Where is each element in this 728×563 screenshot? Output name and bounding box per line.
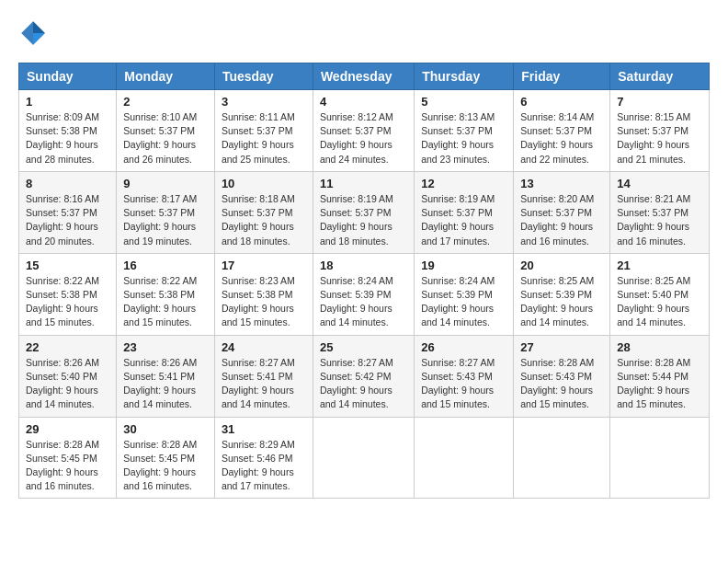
calendar-header-row: SundayMondayTuesdayWednesdayThursdayFrid… [19, 63, 710, 90]
day-number: 8 [26, 177, 109, 190]
weekday-header: Thursday [415, 63, 514, 90]
calendar-cell: 16 Sunrise: 8:22 AMSunset: 5:38 PMDaylig… [117, 253, 215, 335]
day-info: Sunrise: 8:26 AMSunset: 5:41 PMDaylight:… [123, 357, 197, 410]
day-info: Sunrise: 8:28 AMSunset: 5:45 PMDaylight:… [26, 439, 99, 492]
day-number: 27 [520, 340, 603, 354]
day-number: 24 [222, 340, 306, 354]
day-info: Sunrise: 8:21 AMSunset: 5:37 PMDaylight:… [617, 193, 690, 247]
weekday-header: Friday [514, 63, 610, 90]
day-info: Sunrise: 8:19 AMSunset: 5:37 PMDaylight:… [320, 193, 393, 247]
calendar-cell: 12 Sunrise: 8:19 AMSunset: 5:37 PMDaylig… [415, 171, 514, 253]
day-number: 13 [520, 177, 603, 190]
day-number: 30 [123, 422, 208, 436]
page-header [18, 18, 710, 48]
calendar-week-row: 22 Sunrise: 8:26 AMSunset: 5:40 PMDaylig… [19, 335, 710, 417]
day-info: Sunrise: 8:24 AMSunset: 5:39 PMDaylight:… [421, 275, 495, 328]
calendar-cell: 8 Sunrise: 8:16 AMSunset: 5:37 PMDayligh… [19, 171, 117, 253]
day-info: Sunrise: 8:28 AMSunset: 5:43 PMDaylight:… [520, 357, 594, 410]
calendar-cell: 7 Sunrise: 8:15 AMSunset: 5:37 PMDayligh… [610, 90, 710, 172]
day-number: 3 [222, 95, 306, 109]
weekday-header: Monday [117, 63, 215, 90]
day-info: Sunrise: 8:22 AMSunset: 5:38 PMDaylight:… [123, 275, 197, 328]
day-info: Sunrise: 8:20 AMSunset: 5:37 PMDaylight:… [520, 193, 594, 247]
calendar-cell [514, 417, 610, 499]
svg-marker-1 [33, 21, 45, 33]
day-number: 31 [222, 422, 306, 436]
day-number: 22 [26, 340, 109, 354]
calendar-cell: 11 Sunrise: 8:19 AMSunset: 5:37 PMDaylig… [313, 171, 414, 253]
calendar-cell: 2 Sunrise: 8:10 AMSunset: 5:37 PMDayligh… [117, 90, 215, 172]
day-info: Sunrise: 8:22 AMSunset: 5:38 PMDaylight:… [26, 275, 99, 328]
day-info: Sunrise: 8:26 AMSunset: 5:40 PMDaylight:… [26, 357, 99, 410]
calendar-cell: 23 Sunrise: 8:26 AMSunset: 5:41 PMDaylig… [117, 335, 215, 417]
calendar-cell: 25 Sunrise: 8:27 AMSunset: 5:42 PMDaylig… [313, 335, 414, 417]
day-info: Sunrise: 8:13 AMSunset: 5:37 PMDaylight:… [421, 111, 495, 165]
day-info: Sunrise: 8:14 AMSunset: 5:37 PMDaylight:… [520, 111, 594, 165]
day-info: Sunrise: 8:11 AMSunset: 5:37 PMDaylight:… [222, 111, 295, 165]
day-number: 6 [520, 95, 603, 109]
svg-marker-2 [33, 33, 45, 45]
calendar-cell: 5 Sunrise: 8:13 AMSunset: 5:37 PMDayligh… [415, 90, 514, 172]
day-info: Sunrise: 8:16 AMSunset: 5:37 PMDaylight:… [26, 193, 99, 247]
day-number: 14 [617, 177, 702, 190]
calendar-cell: 31 Sunrise: 8:29 AMSunset: 5:46 PMDaylig… [214, 417, 313, 499]
day-info: Sunrise: 8:27 AMSunset: 5:41 PMDaylight:… [222, 357, 295, 410]
calendar-cell: 6 Sunrise: 8:14 AMSunset: 5:37 PMDayligh… [514, 90, 610, 172]
day-number: 18 [320, 259, 407, 272]
day-info: Sunrise: 8:27 AMSunset: 5:42 PMDaylight:… [320, 357, 393, 410]
weekday-header: Tuesday [214, 63, 313, 90]
day-info: Sunrise: 8:19 AMSunset: 5:37 PMDaylight:… [421, 193, 495, 247]
day-number: 28 [617, 340, 702, 354]
calendar-cell: 18 Sunrise: 8:24 AMSunset: 5:39 PMDaylig… [313, 253, 414, 335]
weekday-header: Saturday [610, 63, 710, 90]
calendar-week-row: 15 Sunrise: 8:22 AMSunset: 5:38 PMDaylig… [19, 253, 710, 335]
calendar-week-row: 1 Sunrise: 8:09 AMSunset: 5:38 PMDayligh… [19, 90, 710, 172]
calendar-cell: 17 Sunrise: 8:23 AMSunset: 5:38 PMDaylig… [214, 253, 313, 335]
day-number: 12 [421, 177, 506, 190]
calendar-cell: 10 Sunrise: 8:18 AMSunset: 5:37 PMDaylig… [214, 171, 313, 253]
day-info: Sunrise: 8:28 AMSunset: 5:45 PMDaylight:… [123, 439, 197, 492]
day-info: Sunrise: 8:25 AMSunset: 5:40 PMDaylight:… [617, 275, 690, 328]
calendar-cell: 24 Sunrise: 8:27 AMSunset: 5:41 PMDaylig… [214, 335, 313, 417]
day-info: Sunrise: 8:25 AMSunset: 5:39 PMDaylight:… [520, 275, 594, 328]
calendar-cell: 20 Sunrise: 8:25 AMSunset: 5:39 PMDaylig… [514, 253, 610, 335]
weekday-header: Sunday [19, 63, 117, 90]
day-number: 26 [421, 340, 506, 354]
day-number: 25 [320, 340, 407, 354]
day-info: Sunrise: 8:09 AMSunset: 5:38 PMDaylight:… [26, 111, 99, 165]
calendar-cell: 14 Sunrise: 8:21 AMSunset: 5:37 PMDaylig… [610, 171, 710, 253]
day-number: 10 [222, 177, 306, 190]
day-number: 7 [617, 95, 702, 109]
calendar-cell: 1 Sunrise: 8:09 AMSunset: 5:38 PMDayligh… [19, 90, 117, 172]
day-info: Sunrise: 8:15 AMSunset: 5:37 PMDaylight:… [617, 111, 690, 165]
day-number: 17 [222, 259, 306, 272]
day-info: Sunrise: 8:28 AMSunset: 5:44 PMDaylight:… [617, 357, 690, 410]
day-number: 20 [520, 259, 603, 272]
logo [18, 18, 51, 48]
calendar-cell: 19 Sunrise: 8:24 AMSunset: 5:39 PMDaylig… [415, 253, 514, 335]
day-number: 5 [421, 95, 506, 109]
day-number: 23 [123, 340, 208, 354]
calendar-cell [415, 417, 514, 499]
calendar-table: SundayMondayTuesdayWednesdayThursdayFrid… [18, 63, 710, 499]
day-number: 1 [26, 95, 109, 109]
calendar-cell: 3 Sunrise: 8:11 AMSunset: 5:37 PMDayligh… [214, 90, 313, 172]
logo-icon [18, 18, 48, 48]
calendar-cell: 30 Sunrise: 8:28 AMSunset: 5:45 PMDaylig… [117, 417, 215, 499]
calendar-cell: 13 Sunrise: 8:20 AMSunset: 5:37 PMDaylig… [514, 171, 610, 253]
calendar-cell: 22 Sunrise: 8:26 AMSunset: 5:40 PMDaylig… [19, 335, 117, 417]
calendar-cell: 21 Sunrise: 8:25 AMSunset: 5:40 PMDaylig… [610, 253, 710, 335]
day-info: Sunrise: 8:12 AMSunset: 5:37 PMDaylight:… [320, 111, 393, 165]
calendar-cell: 28 Sunrise: 8:28 AMSunset: 5:44 PMDaylig… [610, 335, 710, 417]
calendar-cell: 27 Sunrise: 8:28 AMSunset: 5:43 PMDaylig… [514, 335, 610, 417]
day-info: Sunrise: 8:29 AMSunset: 5:46 PMDaylight:… [222, 439, 295, 492]
day-number: 21 [617, 259, 702, 272]
day-number: 11 [320, 177, 407, 190]
day-number: 9 [123, 177, 208, 190]
day-info: Sunrise: 8:24 AMSunset: 5:39 PMDaylight:… [320, 275, 393, 328]
calendar-cell [313, 417, 414, 499]
calendar-cell: 4 Sunrise: 8:12 AMSunset: 5:37 PMDayligh… [313, 90, 414, 172]
calendar-week-row: 8 Sunrise: 8:16 AMSunset: 5:37 PMDayligh… [19, 171, 710, 253]
day-info: Sunrise: 8:18 AMSunset: 5:37 PMDaylight:… [222, 193, 295, 247]
day-info: Sunrise: 8:27 AMSunset: 5:43 PMDaylight:… [421, 357, 495, 410]
